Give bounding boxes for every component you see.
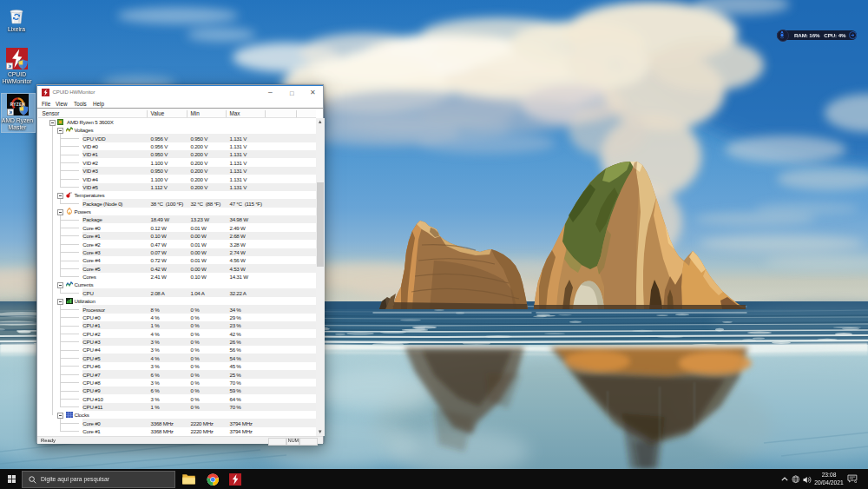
svg-text:6: 6	[854, 479, 857, 484]
